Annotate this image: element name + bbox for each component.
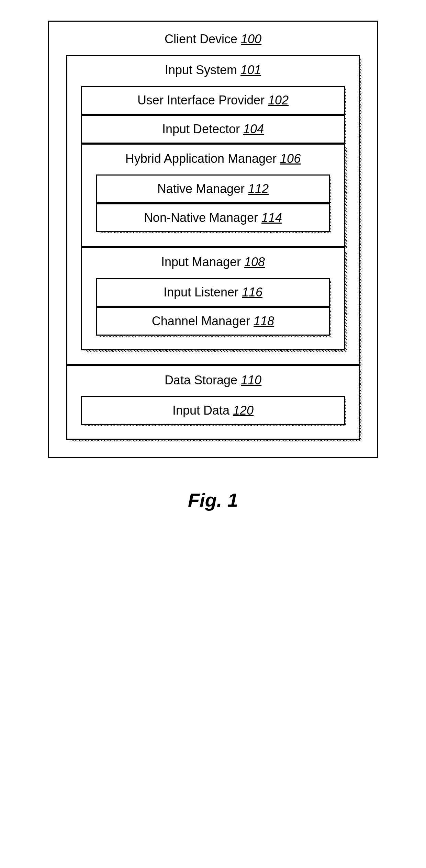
input-detector-box: Input Detector 104 <box>81 115 345 144</box>
hybrid-app-manager-ref: 106 <box>280 151 301 166</box>
input-data-ref: 120 <box>233 403 254 417</box>
ui-provider-label: User Interface Provider <box>137 93 265 107</box>
input-detector-ref: 104 <box>243 122 264 136</box>
client-device-ref: 100 <box>241 32 261 46</box>
client-device-title: Client Device 100 <box>66 32 360 46</box>
input-detector-title: Input Detector 104 <box>89 122 337 136</box>
data-storage-box: Data Storage 110 Input Data 120 <box>66 365 360 440</box>
native-manager-ref: 112 <box>248 182 269 196</box>
input-system-title: Input System 101 <box>81 63 345 77</box>
input-data-label: Input Data <box>172 403 229 417</box>
channel-manager-ref: 118 <box>254 314 274 328</box>
ui-provider-box: User Interface Provider 102 <box>81 86 345 115</box>
data-storage-ref: 110 <box>241 373 261 387</box>
hybrid-app-manager-label: Hybrid Application Manager <box>125 151 277 166</box>
channel-manager-label: Channel Manager <box>152 314 250 328</box>
input-manager-title: Input Manager 108 <box>96 255 330 269</box>
input-listener-box: Input Listener 116 <box>96 278 330 307</box>
channel-manager-box: Channel Manager 118 <box>96 307 330 336</box>
native-manager-box: Native Manager 112 <box>96 174 330 203</box>
non-native-manager-box: Non-Native Manager 114 <box>96 203 330 232</box>
client-device-box: Client Device 100 Input System 101 User … <box>48 21 378 458</box>
hybrid-app-manager-title: Hybrid Application Manager 106 <box>96 151 330 166</box>
hybrid-app-manager-box: Hybrid Application Manager 106 Native Ma… <box>81 144 345 247</box>
native-manager-title: Native Manager 112 <box>104 182 322 196</box>
input-listener-ref: 116 <box>242 285 262 299</box>
input-detector-label: Input Detector <box>162 122 240 136</box>
channel-manager-title: Channel Manager 118 <box>104 314 322 328</box>
non-native-manager-ref: 114 <box>261 211 282 225</box>
ui-provider-ref: 102 <box>268 93 289 107</box>
input-system-label: Input System <box>165 63 237 77</box>
data-storage-label: Data Storage <box>165 373 237 387</box>
input-listener-title: Input Listener 116 <box>104 285 322 300</box>
non-native-manager-label: Non-Native Manager <box>144 211 258 225</box>
non-native-manager-title: Non-Native Manager 114 <box>104 211 322 225</box>
input-data-title: Input Data 120 <box>89 403 337 418</box>
input-system-ref: 101 <box>240 63 261 77</box>
data-storage-title: Data Storage 110 <box>81 373 345 387</box>
input-manager-box: Input Manager 108 Input Listener 116 <box>81 247 345 350</box>
figure-label: Fig. 1 <box>48 489 378 511</box>
input-data-box: Input Data 120 <box>81 396 345 425</box>
input-listener-label: Input Listener <box>164 285 238 299</box>
input-manager-ref: 108 <box>244 255 265 269</box>
native-manager-label: Native Manager <box>157 182 245 196</box>
ui-provider-title: User Interface Provider 102 <box>89 93 337 108</box>
input-manager-label: Input Manager <box>161 255 241 269</box>
input-system-box: Input System 101 User Interface Provider… <box>66 55 360 365</box>
client-device-label: Client Device <box>165 32 237 46</box>
